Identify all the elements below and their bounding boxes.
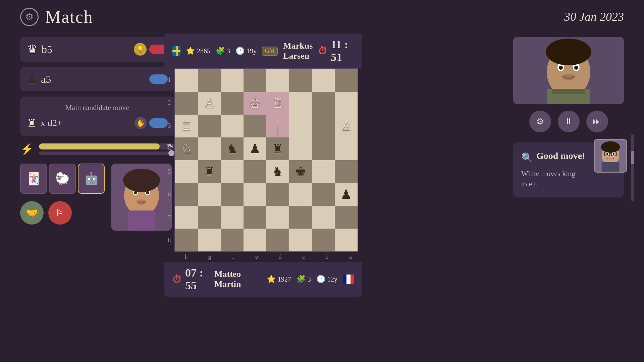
cell-b4[interactable]: [312, 137, 335, 160]
cell-c4[interactable]: [289, 137, 312, 160]
cell-f7[interactable]: [221, 206, 244, 229]
file-c: c: [292, 253, 315, 260]
cell-g3[interactable]: [198, 115, 221, 137]
cell-c8[interactable]: [289, 229, 312, 251]
cell-g2[interactable]: ♙: [198, 92, 221, 115]
cell-f8[interactable]: [221, 229, 244, 251]
cell-f3[interactable]: [221, 115, 244, 137]
avatar-card-2[interactable]: 🐑: [49, 164, 76, 194]
rank-labels: 1 2 3 4 5 6 7 8: [164, 68, 174, 252]
cell-c2[interactable]: [289, 92, 312, 115]
cell-f2[interactable]: [221, 92, 244, 115]
cell-e7[interactable]: [244, 206, 266, 229]
magnifier-icon: 🔍: [521, 152, 533, 163]
move-a5-text: a5: [41, 73, 51, 85]
cell-h1[interactable]: [175, 69, 198, 92]
cell-e2[interactable]: ♔: [244, 92, 266, 115]
cell-h5[interactable]: [175, 160, 198, 183]
white-pawn-g2: ♙: [204, 96, 215, 111]
cell-a3[interactable]: ♙: [335, 115, 358, 137]
resign-button[interactable]: 🏳: [48, 201, 72, 225]
commentator-portrait: [594, 139, 627, 173]
chess-board[interactable]: ♙ ♔ ♖ ♖ ♙ ♘ ♞: [174, 68, 358, 252]
move-card-queen: ♛ b5 💡: [20, 37, 174, 62]
move-card-queen-actions: 💡: [134, 43, 168, 56]
france-flag: [343, 275, 354, 284]
cell-h6[interactable]: [175, 183, 198, 206]
cell-a7[interactable]: [335, 206, 358, 229]
cell-b5[interactable]: [312, 160, 335, 183]
rank-8: 8: [167, 229, 172, 252]
cell-g6[interactable]: [198, 183, 221, 206]
svg-point-14: [574, 66, 578, 70]
top-age-value: 19y: [247, 47, 257, 55]
cell-h8[interactable]: [175, 229, 198, 251]
cell-a5[interactable]: [335, 160, 358, 183]
cell-g7[interactable]: [198, 206, 221, 229]
cell-a8[interactable]: [335, 229, 358, 251]
avatar-card-3[interactable]: 🤖: [78, 164, 105, 194]
cell-d7[interactable]: [266, 206, 289, 229]
cell-e4[interactable]: ♟: [244, 137, 266, 160]
settings-icon[interactable]: ⚙: [20, 8, 39, 26]
progress-thumb-bar[interactable]: [39, 152, 174, 155]
cell-h2[interactable]: [175, 92, 198, 115]
hand-icon[interactable]: 🖐: [135, 117, 147, 129]
cell-d6[interactable]: [266, 183, 289, 206]
cell-d8[interactable]: [266, 229, 289, 251]
cell-g4[interactable]: [198, 137, 221, 160]
cell-d2[interactable]: ♖: [266, 92, 289, 115]
pause-ctrl-button[interactable]: ⏸: [558, 111, 580, 132]
avatar-card-1[interactable]: 🃏: [20, 164, 47, 194]
cell-e6[interactable]: [244, 183, 266, 206]
draw-offer-button[interactable]: 🤝: [20, 201, 44, 225]
cell-g8[interactable]: [198, 229, 221, 251]
cell-c1[interactable]: [289, 69, 312, 92]
cell-c3[interactable]: [289, 115, 312, 137]
commentary-body: White moves kingto e2.: [521, 169, 575, 188]
cell-a2[interactable]: [335, 92, 358, 115]
cell-b3[interactable]: [312, 115, 335, 137]
cell-b1[interactable]: [312, 69, 335, 92]
cell-c5[interactable]: ♚: [289, 160, 312, 183]
bottom-timer-value: 07 : 55: [185, 266, 214, 292]
cell-h7[interactable]: [175, 206, 198, 229]
cell-b8[interactable]: [312, 229, 335, 251]
cell-g5[interactable]: ♜: [198, 160, 221, 183]
scrollbar[interactable]: [631, 134, 634, 201]
avatar-1-image: 🃏: [21, 164, 46, 193]
cell-f5[interactable]: [221, 160, 244, 183]
scrollbar-thumb[interactable]: [631, 151, 634, 164]
hint-bulb-button[interactable]: 💡: [134, 43, 147, 56]
cell-g1[interactable]: [198, 69, 221, 92]
file-b: b: [316, 253, 338, 260]
player-avatar: [111, 164, 172, 231]
black-knight-d5: ♞: [272, 164, 283, 179]
skip-ctrl-button[interactable]: ⏭: [586, 111, 608, 132]
candidate-actions: 🖐: [135, 117, 168, 129]
candidate-move-left: ♜ x d2+: [27, 117, 62, 129]
cell-f6[interactable]: [221, 183, 244, 206]
cell-a1[interactable]: [335, 69, 358, 92]
cell-f1[interactable]: [221, 69, 244, 92]
cell-h3[interactable]: ♖: [175, 115, 198, 137]
bottom-player-name: Matteo Martin: [214, 269, 261, 289]
cell-a4[interactable]: [335, 137, 358, 160]
cell-c7[interactable]: [289, 206, 312, 229]
cell-d5[interactable]: ♞: [266, 160, 289, 183]
cell-h4[interactable]: ♘: [175, 137, 198, 160]
cell-e3[interactable]: [244, 115, 266, 137]
cell-f4[interactable]: ♞: [221, 137, 244, 160]
cell-c6[interactable]: [289, 183, 312, 206]
cell-e1[interactable]: [244, 69, 266, 92]
cell-d1[interactable]: [266, 69, 289, 92]
cell-e8[interactable]: [244, 229, 266, 251]
settings-ctrl-button[interactable]: ⚙: [529, 111, 551, 132]
cell-d4[interactable]: ♜: [266, 137, 289, 160]
cell-a6[interactable]: ♟: [335, 183, 358, 206]
cell-b6[interactable]: [312, 183, 335, 206]
cell-b2[interactable]: [312, 92, 335, 115]
cell-e5[interactable]: [244, 160, 266, 183]
cell-d3[interactable]: [266, 115, 289, 137]
cell-b7[interactable]: [312, 206, 335, 229]
